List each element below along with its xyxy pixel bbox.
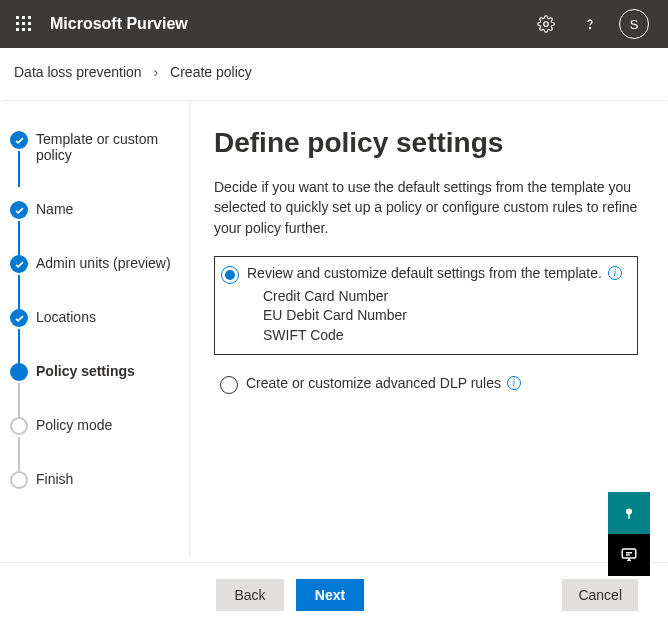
- back-button[interactable]: Back: [216, 579, 284, 611]
- app-launcher-icon[interactable]: [0, 0, 48, 48]
- wizard-step-label: Name: [36, 201, 73, 217]
- wizard-step[interactable]: Policy mode: [10, 417, 185, 433]
- breadcrumb: Data loss prevention › Create policy: [0, 48, 668, 100]
- wizard-step-label: Policy settings: [36, 363, 135, 379]
- breadcrumb-current: Create policy: [170, 64, 252, 80]
- wizard-step-label: Locations: [36, 309, 96, 325]
- check-icon: [10, 309, 28, 327]
- svg-rect-4: [22, 22, 25, 25]
- brand-title: Microsoft Purview: [50, 15, 188, 33]
- page-description: Decide if you want to use the default se…: [214, 177, 638, 238]
- check-icon: [10, 131, 28, 149]
- account-avatar[interactable]: S: [612, 0, 656, 48]
- svg-rect-7: [22, 28, 25, 31]
- help-cue-button[interactable]: [608, 492, 650, 534]
- option-review-default[interactable]: Review and customize default settings fr…: [214, 256, 638, 355]
- footer-actions: Back Next Cancel: [0, 562, 668, 626]
- wizard-step-label: Finish: [36, 471, 73, 487]
- wizard-step-label: Admin units (preview): [36, 255, 171, 271]
- main-panel: Define policy settings Decide if you wan…: [190, 101, 668, 556]
- svg-rect-6: [16, 28, 19, 31]
- wizard-step[interactable]: Name: [10, 201, 185, 217]
- option2-label: Create or customize advanced DLP rules: [246, 375, 501, 391]
- info-icon[interactable]: i: [507, 376, 521, 390]
- template-info-type: Credit Card Number: [263, 287, 627, 307]
- option-advanced-rules[interactable]: Create or customize advanced DLP rules i: [214, 367, 638, 402]
- svg-rect-8: [28, 28, 31, 31]
- wizard-step-label: Template or custom policy: [36, 131, 158, 163]
- breadcrumb-parent[interactable]: Data loss prevention: [14, 64, 142, 80]
- svg-rect-0: [16, 16, 19, 19]
- wizard-steps-nav: Template or custom policyNameAdmin units…: [0, 101, 190, 556]
- svg-rect-5: [28, 22, 31, 25]
- template-info-type: SWIFT Code: [263, 326, 627, 346]
- feedback-button[interactable]: [608, 534, 650, 576]
- info-icon[interactable]: i: [608, 266, 622, 280]
- wizard-step[interactable]: Policy settings: [10, 363, 185, 379]
- avatar-initial: S: [630, 17, 639, 32]
- next-button[interactable]: Next: [296, 579, 364, 611]
- cancel-button[interactable]: Cancel: [562, 579, 638, 611]
- svg-rect-2: [28, 16, 31, 19]
- settings-icon[interactable]: [524, 0, 568, 48]
- svg-point-11: [626, 509, 632, 515]
- option1-label: Review and customize default settings fr…: [247, 265, 602, 281]
- radio-unselected-icon: [220, 376, 238, 394]
- template-info-type: EU Debit Card Number: [263, 306, 627, 326]
- svg-point-10: [589, 27, 590, 28]
- current-step-icon: [10, 363, 28, 381]
- chevron-right-icon: ›: [154, 64, 159, 80]
- svg-rect-1: [22, 16, 25, 19]
- wizard-step-label: Policy mode: [36, 417, 112, 433]
- wizard-step[interactable]: Locations: [10, 309, 185, 325]
- pending-step-icon: [10, 417, 28, 435]
- check-icon: [10, 255, 28, 273]
- svg-point-9: [544, 22, 549, 27]
- svg-rect-3: [16, 22, 19, 25]
- pending-step-icon: [10, 471, 28, 489]
- page-heading: Define policy settings: [214, 127, 638, 159]
- help-icon[interactable]: [568, 0, 612, 48]
- top-bar: Microsoft Purview S: [0, 0, 668, 48]
- check-icon: [10, 201, 28, 219]
- wizard-step[interactable]: Template or custom policy: [10, 131, 185, 163]
- wizard-step[interactable]: Admin units (preview): [10, 255, 185, 271]
- wizard-step[interactable]: Finish: [10, 471, 185, 487]
- radio-selected-icon: [221, 266, 239, 284]
